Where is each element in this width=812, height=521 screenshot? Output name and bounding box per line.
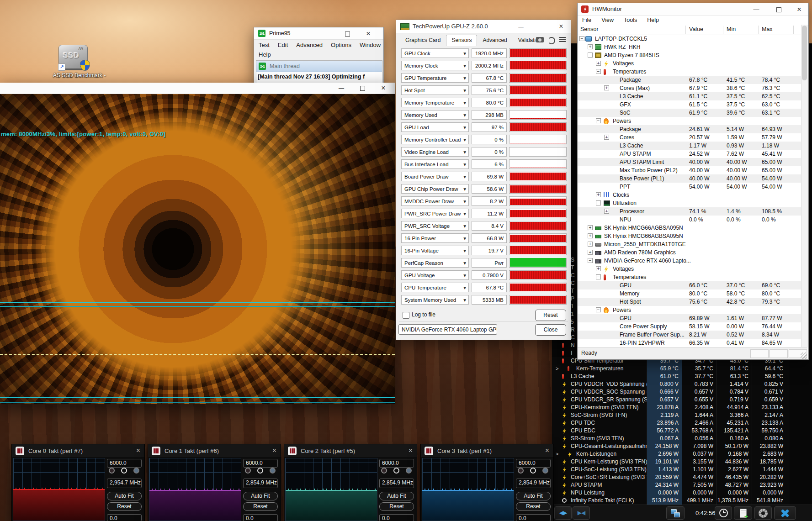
remote-monitoring-button[interactable] (666, 506, 685, 520)
auto-fit-button[interactable]: Auto Fit (107, 492, 142, 500)
tab-sensors[interactable]: Sensors (446, 35, 477, 46)
reset-button[interactable]: Reset (379, 502, 414, 511)
expand-box-icon[interactable]: + (588, 242, 593, 247)
reset-button[interactable]: Reset (516, 502, 551, 511)
desktop-icon-as-ssd-benchmark[interactable]: AS SSD AS SSD Benchmark - (53, 45, 93, 79)
hwmonitor-menu-file[interactable]: File (582, 16, 591, 25)
close-icon[interactable] (554, 21, 568, 32)
hwmonitor-row[interactable]: +Cores (Max)67.9 °C38.6 °C76.3 °C (578, 84, 801, 92)
sensor-row[interactable]: CPU TDC23.896 A2.466 A45.231 A23.133 A (552, 419, 790, 427)
hwmonitor-row[interactable]: −Powers (578, 117, 801, 125)
sensor-label-dropdown[interactable]: 16-Pin Power (401, 233, 469, 243)
hwmonitor-row[interactable]: −NVIDIA GeForce RTX 4060 Lapto... (578, 257, 801, 265)
hamburger-menu-icon[interactable] (559, 37, 566, 42)
main-thread-titlebar[interactable]: Main thread (256, 61, 382, 72)
maximize-icon[interactable] (355, 83, 370, 94)
sensor-row[interactable]: >Kern-Leistungen2.696 W0.037 W9.168 W2.6… (552, 450, 790, 458)
sensor-label-dropdown[interactable]: GPU Temperature (401, 73, 469, 83)
y-axis-min-field[interactable]: 0.0 (243, 514, 278, 521)
sensor-label-dropdown[interactable]: PWR_SRC Voltage (401, 221, 469, 231)
reset-button[interactable]: Reset (535, 310, 566, 321)
sensor-row[interactable]: Core+SoC+SR Leistung (SVI3 TFN)20.559 W4… (552, 474, 790, 482)
color-radio-1[interactable] (381, 468, 387, 474)
color-radio-2[interactable] (393, 468, 399, 474)
hwmonitor-row[interactable]: GFX61.5 °C37.5 °C63.0 °C (578, 100, 801, 109)
collapse-box-icon[interactable]: − (596, 307, 601, 312)
prime95-titlebar[interactable]: Prime95 (254, 27, 383, 40)
close-icon[interactable] (409, 447, 413, 455)
maximize-icon[interactable] (340, 29, 355, 39)
auto-fit-button[interactable]: Auto Fit (516, 492, 551, 500)
column-header-max[interactable]: Max (762, 26, 773, 32)
color-radio-2[interactable] (530, 468, 536, 474)
color-radio-3[interactable] (406, 468, 412, 474)
sensor-row[interactable]: SoC-Strom (SVI3 TFN)2.119 A1.644 A3.366 … (552, 411, 790, 420)
core-takt-titlebar[interactable]: Core 2 Takt (perf #5) (284, 444, 417, 458)
y-axis-min-field[interactable]: 0.0 (516, 514, 551, 521)
y-axis-min-field[interactable]: 0.0 (379, 514, 414, 521)
hwmonitor-row[interactable]: L3 Cache61.1 °C37.5 °C62.5 °C (578, 92, 801, 100)
column-header-sensor[interactable]: Sensor (580, 26, 599, 32)
hwmonitor-row[interactable]: SoC61.9 °C39.6 °C63.1 °C (578, 109, 801, 117)
log-to-file-checkbox[interactable] (403, 312, 409, 319)
hwmonitor-row[interactable]: Package24.61 W5.14 W64.93 W (578, 125, 801, 133)
expand-box-icon[interactable]: + (588, 233, 593, 238)
auto-fit-button[interactable]: Auto Fit (243, 492, 278, 500)
close-icon[interactable] (792, 5, 807, 15)
hwmonitor-row[interactable]: Core Power Supply58.15 W0.00 W76.44 W (578, 322, 801, 331)
reset-button[interactable]: Reset (243, 502, 278, 511)
hwmonitor-row[interactable]: +Processor74.1 %1.4 %108.5 % (578, 207, 801, 216)
prime95-menu-test[interactable]: Test (259, 41, 270, 49)
prime95-menu-advanced[interactable]: Advanced (296, 41, 323, 49)
hwmonitor-row[interactable]: +AMD Radeon 780M Graphics (578, 248, 801, 257)
sensor-label-dropdown[interactable]: GPU Load (401, 122, 469, 132)
y-axis-min-field[interactable]: 0.0 (107, 514, 142, 521)
color-radio-2[interactable] (257, 468, 263, 474)
gpuz-titlebar[interactable]: TechPowerUp GPU-Z 2.60.0 (396, 20, 571, 33)
color-radio-2[interactable] (121, 468, 127, 474)
hwmonitor-row[interactable]: PPT54.00 W54.00 W54.00 W (578, 183, 801, 191)
clock-button[interactable] (715, 506, 732, 520)
hwmonitor-row[interactable]: GPU69.89 W1.61 W87.77 W (578, 314, 801, 322)
expand-box-icon[interactable]: + (588, 250, 593, 255)
expand-window-button[interactable] (554, 506, 572, 520)
sensor-row[interactable]: CPU VDDCR_SOC Spannung (SVI...0.666 V0.6… (552, 388, 790, 396)
color-radio-3[interactable] (133, 468, 139, 474)
settings-button[interactable] (754, 506, 772, 520)
sensor-label-dropdown[interactable]: System Memory Used (401, 295, 469, 305)
sensor-label-dropdown[interactable]: CPU Temperature (401, 283, 469, 292)
sensor-label-dropdown[interactable]: Bus Interface Load (401, 159, 469, 169)
close-sensors-button[interactable] (774, 506, 796, 520)
expand-box-icon[interactable]: + (596, 61, 601, 66)
sensor-row[interactable]: APU STAPM24.314 W7.505 W48.727 W23.923 W (552, 481, 790, 489)
y-axis-max-field[interactable]: 6000.0 (379, 459, 414, 468)
minimize-icon[interactable] (319, 29, 334, 39)
hwmonitor-row[interactable]: +SK Hynix HMCG66AGBSA095N (578, 224, 801, 232)
sensor-label-dropdown[interactable]: Memory Temperature (401, 98, 469, 107)
hwmonitor-row[interactable]: −Utilization (578, 199, 801, 207)
collapse-box-icon[interactable]: − (596, 200, 601, 205)
hwmonitor-row[interactable]: +Cores20.57 W1.59 W57.79 W (578, 133, 801, 142)
core-takt-titlebar[interactable]: Core 1 Takt (perf #6) (148, 444, 281, 458)
minimize-icon[interactable] (334, 83, 349, 94)
sensor-row[interactable]: NPU Leistung0.000 W0.000 W0.000 W0.000 W (552, 489, 790, 497)
hwmonitor-row[interactable]: −Temperatures (578, 273, 801, 281)
gpu-select-dropdown[interactable]: NVIDIA GeForce RTX 4060 Laptop GPU (398, 324, 497, 335)
report-button[interactable] (734, 506, 752, 520)
hwmonitor-row[interactable]: +Micron_2550_MTFDKBA1T0TGE (578, 240, 801, 248)
sensor-row[interactable]: CPU-SoC-Leistung (SVI3 TFN)1.413 W1.101 … (552, 466, 790, 474)
collapse-box-icon[interactable]: − (596, 118, 601, 123)
hwmonitor-column-header[interactable]: SensorValueMinMax (578, 25, 801, 35)
collapse-box-icon[interactable]: − (596, 69, 601, 74)
tab-graphics-card[interactable]: Graphics Card (400, 35, 446, 46)
hwmonitor-row[interactable]: Package67.8 °C41.5 °C78.4 °C (578, 76, 801, 84)
hwmonitor-row[interactable]: Frame Buffer Power Sup...8.21 W0.52 W8.3… (578, 331, 801, 339)
hwmonitor-row[interactable]: +Clocks (578, 191, 801, 199)
expand-box-icon[interactable]: + (604, 85, 609, 90)
hwmonitor-row[interactable]: Base Power (PL1)40.00 W40.00 W54.00 W (578, 174, 801, 183)
hwmonitor-row[interactable]: +SK Hynix HMCG66AGBSA095N (578, 232, 801, 240)
sensor-label-dropdown[interactable]: Memory Clock (401, 61, 469, 70)
hwmonitor-menu-help[interactable]: Help (647, 16, 659, 25)
reset-button[interactable]: Reset (107, 502, 142, 511)
hwmonitor-row[interactable]: −Temperatures (578, 68, 801, 76)
